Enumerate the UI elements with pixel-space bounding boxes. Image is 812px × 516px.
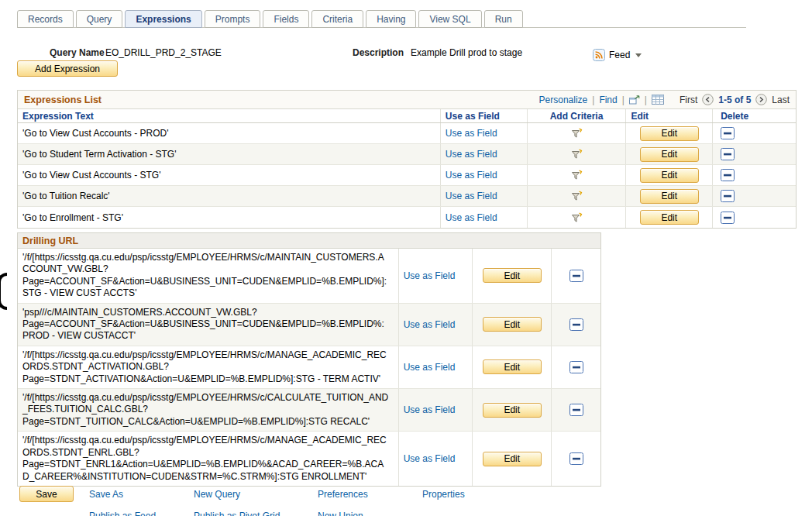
delete-minus-icon[interactable]: [721, 148, 735, 160]
edit-button[interactable]: Edit: [483, 359, 542, 374]
column-header-expression-text: Expression Text: [18, 109, 440, 122]
properties-link[interactable]: Properties: [422, 489, 465, 500]
save-as-link[interactable]: Save As: [89, 489, 123, 500]
edit-button[interactable]: Edit: [640, 168, 699, 183]
expressions-list-title: Expressions List: [24, 95, 102, 105]
delete-minus-icon[interactable]: [721, 169, 735, 181]
popout-window-icon[interactable]: [629, 95, 640, 105]
new-query-link[interactable]: New Query: [194, 489, 240, 500]
edit-cell: Edit: [472, 304, 551, 346]
edit-cell: Edit: [472, 432, 551, 486]
edit-button[interactable]: Edit: [640, 126, 699, 141]
screen-edge-artifact: [0, 273, 7, 310]
tab-label: Query: [87, 14, 112, 25]
feed-menu[interactable]: Feed: [593, 49, 642, 61]
tab-label: Expressions: [136, 14, 191, 25]
edit-button[interactable]: Edit: [640, 189, 699, 204]
row-range-label: 1-5 of 5: [718, 95, 751, 105]
add-criteria-cell: [527, 207, 626, 228]
delete-minus-icon[interactable]: [721, 212, 735, 224]
edit-button[interactable]: Edit: [483, 452, 542, 466]
tab-expressions[interactable]: Expressions: [125, 10, 201, 28]
edit-button[interactable]: Edit: [640, 210, 699, 225]
edit-button[interactable]: Edit: [483, 268, 542, 283]
expressions-list-header-bar: Expressions List Personalize | Find | |: [18, 91, 796, 109]
add-criteria-funnel-icon[interactable]: [570, 212, 583, 224]
drilling-url-row: '/f/[https://icsstg.qa.cu.edu/psp/icsstg…: [18, 346, 600, 389]
column-header-delete: Delete: [712, 109, 796, 122]
use-as-field-link[interactable]: Use as Field: [404, 404, 456, 415]
preferences-link[interactable]: Preferences: [318, 489, 368, 500]
add-criteria-funnel-icon[interactable]: [570, 169, 583, 181]
column-header-use-as-field: Use as Field: [440, 109, 527, 122]
delete-cell: [551, 249, 600, 303]
delete-minus-icon[interactable]: [569, 452, 583, 465]
query-name-value: EO_DRILL_PRD_2_STAGE: [105, 47, 222, 58]
tab-label: View SQL: [429, 14, 470, 25]
tab-prompts[interactable]: Prompts: [205, 10, 261, 28]
add-criteria-funnel-icon[interactable]: [570, 127, 583, 139]
edit-button[interactable]: Edit: [640, 147, 699, 162]
use-as-field-link[interactable]: Use as Field: [404, 319, 456, 330]
add-criteria-funnel-icon[interactable]: [570, 190, 583, 202]
delete-cell: [551, 432, 600, 486]
delete-minus-icon[interactable]: [569, 318, 583, 331]
use-as-field-link[interactable]: Use as Field: [404, 270, 456, 281]
tab-label: Fields: [274, 14, 298, 25]
expression-row: 'Go to Student Term Activation - STG' Us…: [18, 144, 796, 165]
find-link[interactable]: Find: [599, 95, 617, 105]
personalize-link[interactable]: Personalize: [539, 95, 588, 105]
delete-minus-icon[interactable]: [569, 270, 583, 282]
last-label: Last: [772, 95, 790, 105]
delete-minus-icon[interactable]: [721, 190, 735, 202]
tab-view-sql[interactable]: View SQL: [418, 10, 481, 28]
download-spreadsheet-icon[interactable]: [652, 95, 664, 105]
use-as-field-link[interactable]: Use as Field: [446, 149, 497, 160]
tab-label: Run: [495, 14, 512, 25]
save-button[interactable]: Save: [19, 486, 74, 502]
use-as-field-link[interactable]: Use as Field: [446, 212, 497, 223]
tab-query[interactable]: Query: [76, 10, 123, 28]
add-expression-button[interactable]: Add Expression: [17, 60, 118, 77]
description-label: Description: [353, 47, 404, 58]
add-criteria-cell: [527, 144, 626, 164]
separator: |: [645, 95, 647, 105]
expression-text: 'Go to View Cust Accounts - PROD': [18, 123, 440, 143]
delete-minus-icon[interactable]: [569, 361, 583, 373]
tab-having[interactable]: Having: [366, 10, 416, 28]
publish-as-pivot-grid-link[interactable]: Publish as Pivot Grid: [194, 511, 280, 516]
next-page-button[interactable]: [755, 94, 767, 105]
use-as-field-link[interactable]: Use as Field: [446, 191, 497, 201]
add-criteria-cell: [527, 123, 626, 143]
use-as-field-cell: Use as Field: [398, 249, 473, 303]
use-as-field-link[interactable]: Use as Field: [404, 453, 456, 464]
edit-cell: Edit: [625, 123, 712, 143]
expression-text: 'Go to Tuition Recalc': [18, 186, 440, 206]
use-as-field-link[interactable]: Use as Field: [446, 128, 497, 139]
edit-cell: Edit: [472, 249, 551, 303]
new-union-link[interactable]: New Union: [318, 511, 363, 516]
tab-fields[interactable]: Fields: [263, 10, 309, 28]
expression-text: 'Go to Enrollment - STG': [18, 207, 440, 228]
edit-button[interactable]: Edit: [483, 403, 542, 418]
use-as-field-link[interactable]: Use as Field: [446, 170, 497, 181]
drilling-url-row: '/f/[https://icsstg.qa.cu.edu/psp/icsstg…: [18, 432, 600, 486]
delete-cell: [712, 123, 796, 143]
publish-as-feed-link[interactable]: Publish as Feed: [89, 511, 156, 516]
expression-text: 'Go to View Cust Accounts - STG': [18, 165, 440, 185]
previous-page-button[interactable]: [702, 94, 714, 105]
tab-records[interactable]: Records: [17, 10, 74, 28]
edit-button[interactable]: Edit: [483, 317, 542, 332]
use-as-field-cell: Use as Field: [398, 346, 473, 388]
drilling-url-row: '/f/[https://icsstg.qa.cu.edu/psp/icsstg…: [18, 389, 600, 432]
delete-minus-icon[interactable]: [569, 404, 583, 416]
tab-run[interactable]: Run: [484, 10, 523, 28]
tab-criteria[interactable]: Criteria: [311, 10, 363, 28]
separator: |: [592, 95, 594, 105]
delete-minus-icon[interactable]: [721, 127, 735, 139]
use-as-field-link[interactable]: Use as Field: [404, 362, 456, 373]
add-criteria-funnel-icon[interactable]: [570, 148, 583, 160]
tab-label: Records: [28, 14, 63, 25]
add-criteria-cell: [527, 186, 626, 206]
drilling-url-row: 'psp///c/MAINTAIN_CUSTOMERS.ACCOUNT_VW.G…: [18, 304, 600, 346]
